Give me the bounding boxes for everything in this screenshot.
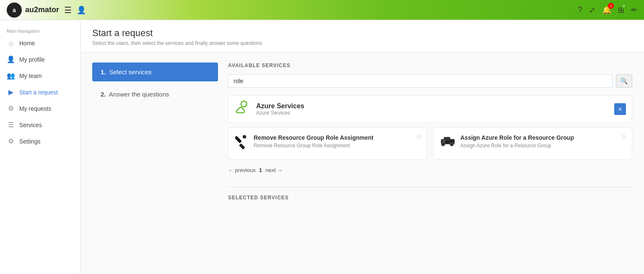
search-input[interactable] [228,74,613,88]
steps-panel: 1. Select services 2. Answer the questio… [92,63,632,206]
svg-line-5 [241,101,242,102]
sidebar-item-services[interactable]: ☰ Services [0,117,80,133]
logo-initials: a [13,7,16,13]
remove-role-icon [235,134,249,152]
content-area: 1. Select services 2. Answer the questio… [80,52,644,217]
sidebar-item-label-my-requests: My requests [19,105,51,112]
selected-services-label: SELECTED SERVICES [228,195,632,201]
edit-icon[interactable]: ✏ [631,5,637,15]
sidebar: Main Navigation ⌂ Home 👤 My profile 👥 My… [0,20,80,274]
topbar-left: a au2mator ☰ 👤 [7,3,86,18]
help-icon[interactable]: ? [578,5,582,14]
sidebar-item-my-team[interactable]: 👥 My team [0,68,80,84]
hamburger-icon[interactable]: ☰ [64,5,72,15]
services-panel: AVAILABLE SERVICES 🔍 [228,63,632,206]
list-view-button[interactable]: ≡ [614,103,626,115]
category-left: Azure Services Azure Services [234,100,304,118]
category-subtitle: Azure Services [256,110,304,116]
svg-line-7 [246,101,247,102]
service-cards: Remove Resource Group Role Assignment Re… [228,127,632,159]
pagination: ← previous 1 next → [228,165,632,175]
notification-icon[interactable]: 🔔 1 [602,5,611,15]
grid-icon[interactable]: ⊞ 0 [618,5,624,15]
step-2-number: 2. [101,91,106,98]
section-divider [228,187,632,187]
sidebar-item-settings[interactable]: ⚙ Settings [0,133,80,149]
step-1[interactable]: 1. Select services [92,63,218,81]
svg-point-13 [441,142,445,146]
team-icon: 👥 [7,72,15,80]
svg-point-11 [243,135,246,138]
service-card-1-desc: Remove Resource Group Role Assignment [254,143,420,149]
svg-line-8 [241,107,242,107]
assign-role-icon [440,134,455,150]
service-card-2-star[interactable]: ☆ [621,133,627,141]
category-name: Azure Services [256,102,304,110]
svg-rect-10 [235,136,242,144]
step-1-number: 1. [101,68,106,76]
svg-line-6 [246,107,247,107]
search-row: 🔍 [228,74,632,88]
service-card-2-desc: Assign Azure Role for a Resource Group [460,143,625,149]
user-menu-icon[interactable]: 👤 [77,5,86,15]
available-services-label: AVAILABLE SERVICES [228,63,632,68]
services-icon: ☰ [7,121,15,129]
azure-cloud-icon [234,100,251,118]
search-button[interactable]: 🔍 [616,74,632,88]
sidebar-item-label-team: My team [19,73,42,79]
step-2[interactable]: 2. Answer the questions [92,85,218,104]
settings-icon: ⚙ [7,137,15,145]
category-header: Azure Services Azure Services ≡ [228,95,632,123]
start-request-icon: ▶ [7,88,15,96]
page-title: Start a request [92,28,632,39]
next-page-link[interactable]: next → [265,167,283,173]
step-2-label: Answer the questions [109,91,169,98]
sidebar-item-label-profile: My profile [19,56,45,63]
layout: Main Navigation ⌂ Home 👤 My profile 👥 My… [0,20,644,274]
service-card-1-info: Remove Resource Group Role Assignment Re… [254,134,420,149]
logo: a au2mator [7,3,59,18]
sidebar-section-title: Main Navigation [0,25,80,35]
svg-rect-16 [442,140,445,142]
profile-icon: 👤 [7,55,15,63]
page-header: Start a request Select the users, then s… [80,20,644,52]
service-card-2-name: Assign Azure Role for a Resource Group [460,134,625,141]
service-card-assign-role[interactable]: Assign Azure Role for a Resource Group A… [433,127,632,159]
sidebar-item-label-home: Home [19,40,35,47]
sidebar-item-start-request[interactable]: ▶ Start a request [0,84,80,100]
expand-icon[interactable]: ⤢ [589,5,595,15]
page-subtitle: Select the users, then select the servic… [92,40,632,46]
sidebar-item-my-requests[interactable]: ⚙ My requests [0,100,80,117]
service-card-1-star[interactable]: ☆ [416,133,422,141]
sidebar-item-label-start-request: Start a request [19,89,58,96]
sidebar-item-home[interactable]: ⌂ Home [0,35,80,51]
main-content: Start a request Select the users, then s… [80,20,644,274]
service-card-2-info: Assign Azure Role for a Resource Group A… [460,134,625,149]
logo-circle: a [7,3,22,18]
svg-point-0 [241,102,247,107]
notification-badge: 1 [608,3,614,9]
prev-page-link[interactable]: ← previous [228,167,256,173]
sidebar-item-my-profile[interactable]: 👤 My profile [0,51,80,68]
topbar: a au2mator ☰ 👤 ? ⤢ 🔔 1 ⊞ 0 ✏ [0,0,644,20]
logo-text: au2mator [25,5,59,14]
steps-list: 1. Select services 2. Answer the questio… [92,63,218,206]
my-requests-icon: ⚙ [7,104,15,112]
topbar-right: ? ⤢ 🔔 1 ⊞ 0 ✏ [578,5,637,15]
selected-services-section: SELECTED SERVICES [228,187,632,201]
sidebar-item-label-settings: Settings [19,138,41,145]
service-card-1-name: Remove Resource Group Role Assignment [254,134,420,141]
category-info: Azure Services Azure Services [256,102,304,116]
service-card-remove-role[interactable]: Remove Resource Group Role Assignment Re… [228,127,427,159]
grid-badge: 0 [621,3,627,9]
sidebar-item-label-services: Services [19,122,42,128]
current-page: 1 [259,167,262,173]
home-icon: ⌂ [7,39,15,47]
svg-rect-9 [239,144,245,149]
step-1-label: Select services [109,68,152,76]
svg-point-14 [450,142,454,146]
